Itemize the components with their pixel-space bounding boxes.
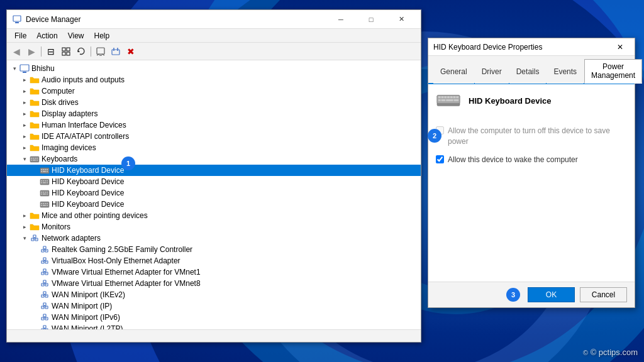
- toolbar-forward-button[interactable]: ▶: [25, 45, 38, 58]
- tree-item-mice[interactable]: ▸Mice and other pointing devices: [7, 210, 421, 221]
- svg-rect-37: [41, 182, 42, 184]
- icon-display: [30, 109, 40, 119]
- label-hid_kbd1: HID Keyboard Device: [52, 166, 124, 175]
- tree-item-net1[interactable]: Realtek Gaming 2.5GbE Family Controller: [7, 244, 421, 255]
- tree-item-net8[interactable]: WAN Miniport (L2TP): [7, 323, 421, 329]
- close-button[interactable]: ✕: [387, 10, 416, 29]
- tab-power-management[interactable]: Power Management: [584, 59, 642, 84]
- tree-item-display[interactable]: ▸Display adapters: [7, 108, 421, 119]
- menu-help[interactable]: Help: [89, 30, 115, 41]
- icon-net4: [40, 278, 50, 288]
- tree-item-net4[interactable]: VMware Virtual Ethernet Adapter for VMne…: [7, 278, 421, 289]
- tree-item-root[interactable]: ▾Bhishu: [7, 63, 421, 74]
- tab-driver[interactable]: Driver: [475, 59, 509, 84]
- toolbar-add-button[interactable]: [109, 45, 123, 58]
- dialog-device-name: HID Keyboard Device: [469, 96, 552, 106]
- expand-btn-hid_kbd4: [30, 199, 40, 209]
- tree-item-diskdrives[interactable]: ▸Disk drives: [7, 97, 421, 108]
- dialog-footer: 3 OK Cancel: [428, 282, 635, 307]
- tree-item-monitors[interactable]: ▸Monitors: [7, 221, 421, 233]
- svg-rect-46: [43, 194, 46, 195]
- toolbar-remove-button[interactable]: ✖: [124, 45, 138, 58]
- minimize-button[interactable]: ─: [326, 10, 355, 29]
- tree-item-net3[interactable]: VMware Virtual Ethernet Adapter for VMne…: [7, 266, 421, 278]
- tree-item-net6[interactable]: WAN Miniport (IP): [7, 300, 421, 312]
- toolbar-update-button[interactable]: [74, 45, 88, 58]
- menu-file[interactable]: File: [9, 30, 31, 41]
- label-net4: VMware Virtual Ethernet Adapter for VMne…: [52, 279, 201, 288]
- svg-rect-29: [41, 171, 42, 172]
- svg-rect-118: [453, 96, 456, 98]
- icon-hid_kbd3: [40, 188, 50, 198]
- tree-item-computer[interactable]: ▸Computer: [7, 85, 421, 97]
- tree-item-net5[interactable]: WAN Miniport (IKEv2): [7, 289, 421, 300]
- tree-item-ide[interactable]: ▸IDE ATA/ATAPI controllers: [7, 131, 421, 142]
- properties-dialog: HID Keyboard Device Properties ✕ General…: [428, 38, 635, 308]
- svg-rect-22: [33, 160, 36, 161]
- window-title-text: Device Manager: [26, 15, 326, 24]
- expand-btn-net3: [30, 267, 40, 277]
- icon-ide: [30, 131, 40, 141]
- icon-net6: [40, 301, 50, 311]
- svg-rect-39: [47, 182, 48, 184]
- svg-rect-43: [45, 192, 46, 193]
- tree-item-audio[interactable]: ▸Audio inputs and outputs: [7, 74, 421, 85]
- toolbar-properties-button[interactable]: ⊟: [44, 45, 58, 58]
- expand-btn-net8: [30, 324, 40, 329]
- toolbar-expand-button[interactable]: [59, 45, 73, 58]
- tree-item-hid_kbd4[interactable]: HID Keyboard Device: [7, 199, 421, 210]
- label-diskdrives: Disk drives: [42, 98, 79, 107]
- copyright-symbol: ©: [583, 349, 588, 356]
- device-tree[interactable]: ▾Bhishu▸Audio inputs and outputs▸Compute…: [7, 60, 421, 329]
- label-net8: WAN Miniport (L2TP): [52, 324, 123, 329]
- label-hid_kbd4: HID Keyboard Device: [52, 200, 124, 209]
- tabs-bar: General Driver Details Events Power Mana…: [428, 56, 635, 84]
- svg-rect-121: [441, 99, 446, 101]
- dialog-close-button[interactable]: ✕: [611, 40, 630, 55]
- menu-action[interactable]: Action: [31, 30, 62, 41]
- icon-net8: [40, 324, 50, 329]
- svg-rect-16: [30, 156, 39, 162]
- svg-rect-115: [444, 96, 447, 98]
- svg-rect-11: [112, 50, 119, 55]
- label-imaging: Imaging devices: [42, 143, 96, 152]
- menu-view[interactable]: View: [63, 30, 89, 41]
- label-root: Bhishu: [31, 64, 55, 73]
- svg-rect-68: [43, 258, 46, 260]
- label-hid_kbd3: HID Keyboard Device: [52, 189, 124, 197]
- icon-root: [19, 63, 30, 74]
- allow-wake-checkbox[interactable]: [436, 155, 444, 163]
- svg-rect-48: [40, 202, 49, 207]
- tree-item-network[interactable]: ▾Network adapters: [7, 233, 421, 244]
- svg-rect-36: [47, 180, 48, 182]
- expand-btn-audio: ▸: [19, 75, 30, 85]
- expand-btn-root: ▾: [9, 63, 19, 74]
- icon-net2: [40, 256, 50, 266]
- cancel-button[interactable]: Cancel: [580, 287, 627, 302]
- maximize-button[interactable]: □: [357, 10, 386, 29]
- icon-mice: [30, 211, 40, 221]
- svg-rect-114: [441, 96, 444, 98]
- tree-item-imaging[interactable]: ▸Imaging devices: [7, 142, 421, 153]
- toolbar-back-button[interactable]: ◀: [9, 45, 23, 58]
- toolbar-separator-1: [41, 47, 42, 57]
- toolbar-scan-button[interactable]: [94, 45, 108, 58]
- tree-item-net7[interactable]: WAN Miniport (IPv6): [7, 312, 421, 323]
- tree-item-hid_kbd3[interactable]: HID Keyboard Device: [7, 187, 421, 199]
- icon-diskdrives: [30, 97, 40, 107]
- icon-net7: [40, 312, 50, 322]
- icon-network: [30, 233, 40, 243]
- tab-events[interactable]: Events: [547, 59, 584, 84]
- svg-rect-28: [47, 169, 48, 170]
- tree-item-hid[interactable]: ▸Human Interface Devices: [7, 119, 421, 131]
- tab-general[interactable]: General: [433, 59, 474, 84]
- tree-item-hid_kbd2[interactable]: HID Keyboard Device: [7, 176, 421, 187]
- dialog-title-text: HID Keyboard Device Properties: [433, 43, 611, 52]
- ok-button[interactable]: OK: [528, 287, 575, 302]
- tree-item-net2[interactable]: VirtualBox Host-Only Ethernet Adapter: [7, 255, 421, 266]
- tree-item-hid_kbd1[interactable]: HID Keyboard Device: [7, 165, 421, 176]
- tree-item-keyboards[interactable]: ▾Keyboards: [7, 153, 421, 165]
- icon-monitors: [30, 222, 40, 232]
- svg-rect-93: [43, 314, 46, 317]
- tab-details[interactable]: Details: [509, 59, 547, 84]
